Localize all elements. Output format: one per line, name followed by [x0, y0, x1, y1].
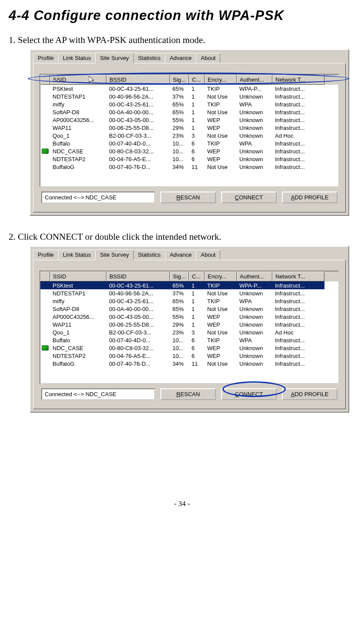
tab-about[interactable]: About: [196, 53, 220, 63]
table-row[interactable]: NDTESTAP200-04-76-A5-E...10...6WEPUnknow…: [40, 352, 338, 360]
tab-profile[interactable]: Profile: [33, 250, 59, 260]
connect-button[interactable]: CONNECT: [221, 388, 277, 400]
col-ssid-header[interactable]: SSID: [50, 75, 106, 85]
status-text: Connected <--> NDC_CASE: [41, 192, 155, 203]
tab-statistics[interactable]: Statistics: [133, 53, 165, 63]
tab-site-survey[interactable]: Site Survey: [95, 53, 133, 63]
cell: Not Use: [205, 305, 237, 313]
cell: 10...: [170, 139, 189, 147]
cell: Unknown: [237, 93, 272, 100]
cell: Infrastruct...: [272, 289, 324, 297]
cell: NDC_CASE: [50, 344, 106, 352]
table-row[interactable]: SoftAP-D800-0A-40-00-00...65%1Not UseUnk…: [40, 108, 338, 116]
col-net-header[interactable]: Network T...: [272, 75, 324, 85]
col-icon-header[interactable]: [40, 271, 50, 281]
cell: 34%: [170, 360, 189, 367]
cell: 3: [189, 132, 205, 139]
cell: 6: [189, 147, 205, 155]
col-net-header[interactable]: Network T...: [272, 271, 324, 281]
cell: 10...: [170, 336, 189, 344]
col-bssid-header[interactable]: BSSID: [106, 271, 170, 281]
cell: WEP: [205, 352, 237, 360]
cell: Not Use: [205, 93, 237, 100]
add-profile-button[interactable]: ADD PROFILE: [282, 192, 338, 203]
cell: WEP: [205, 313, 237, 321]
tab-statistics[interactable]: Statistics: [133, 250, 165, 260]
table-row[interactable]: NDTESTAP100-40-96-56-2A...37%1Not UseUnk…: [40, 289, 338, 297]
tab-advance[interactable]: Advance: [165, 250, 197, 260]
tab-site-survey[interactable]: Site Survey: [95, 249, 133, 260]
cell: [40, 155, 50, 163]
col-ch-header[interactable]: C...: [189, 75, 205, 85]
col-auth-header[interactable]: Authent...: [237, 75, 272, 85]
tab-link-status[interactable]: Link Status: [58, 250, 96, 260]
tab-profile[interactable]: Profile: [33, 53, 59, 63]
col-ssid-header[interactable]: SSID: [50, 271, 106, 281]
cell: Unknown: [237, 328, 272, 336]
cell: Not Use: [205, 360, 237, 367]
cell: NDTESTAP2: [50, 352, 106, 360]
cell: 37%: [170, 93, 189, 100]
table-row[interactable]: SoftAP-D800-0A-40-00-00...65%1Not UseUnk…: [40, 305, 338, 313]
table-row[interactable]: Qoo_1B2-00-CF-03-3...23%3Not UseUnknownA…: [40, 132, 338, 139]
col-sig-header[interactable]: Sig...: [170, 75, 189, 85]
table-row[interactable]: Qoo_1B2-00-CF-03-3...23%3Not UseUnknownA…: [40, 328, 338, 336]
cell: 6: [189, 352, 205, 360]
cell: Unknown: [237, 313, 272, 321]
table-row[interactable]: BuffaloG00-07-40-76-D...34%11Not UseUnkn…: [40, 163, 338, 171]
cell: [40, 147, 50, 155]
cell: 65%: [170, 281, 189, 289]
cell: 6: [189, 336, 205, 344]
cell: 1: [189, 108, 205, 116]
col-auth-header[interactable]: Authent...: [237, 271, 272, 281]
cell: 1: [189, 305, 205, 313]
table-row[interactable]: BuffaloG00-07-40-76-D...34%11Not UseUnkn…: [40, 360, 338, 367]
add-profile-button[interactable]: ADD PROFILE: [282, 388, 338, 400]
table-row[interactable]: miffy00-0C-43-25-61...65%1TKIPWPAInfrast…: [40, 100, 338, 108]
cell: BuffaloG: [50, 360, 106, 367]
table-row[interactable]: PSKtest00-0C-43-25-61...65%1TKIPWPA-P...…: [40, 281, 338, 289]
cell: TKIP: [205, 281, 237, 289]
table-row[interactable]: WAP1100-06-25-55-D8...29%1WEPUnknownInfr…: [40, 124, 338, 132]
col-enc-header[interactable]: Encry...: [205, 75, 237, 85]
col-enc-header[interactable]: Encry...: [205, 271, 237, 281]
tab-advance[interactable]: Advance: [165, 53, 197, 63]
cell: 6: [189, 155, 205, 163]
cell: WEP: [205, 344, 237, 352]
cell: 55%: [170, 313, 189, 321]
cell: [40, 305, 50, 313]
table-row[interactable]: NDC_CASE00-80-C8-03-32...10...6WEPUnknow…: [40, 147, 338, 155]
cell: 00-80-C8-03-32...: [106, 344, 170, 352]
table-row[interactable]: miffy00-0C-43-25-61...65%1TKIPWPAInfrast…: [40, 297, 338, 305]
cell: Infrastruct...: [272, 352, 324, 360]
cell: 6: [189, 344, 205, 352]
connect-button[interactable]: CONNECT: [221, 192, 277, 203]
table-row[interactable]: Buffalo00-07-40-4D-0...10...6TKIPWPAInfr…: [40, 139, 338, 147]
table-row[interactable]: Buffalo00-07-40-4D-0...10...6TKIPWPAInfr…: [40, 336, 338, 344]
tab-about[interactable]: About: [196, 250, 220, 260]
cell: SoftAP-D8: [50, 108, 106, 116]
section-heading: 4-4 Configure connection with WPA-PSK: [9, 8, 355, 23]
rescan-button[interactable]: RESCAN: [160, 192, 216, 203]
cell: [40, 281, 50, 289]
cell: Infrastruct...: [272, 124, 324, 132]
cell: Infrastruct...: [272, 155, 324, 163]
table-row[interactable]: PSKtest00-0C-43-25-61...65%1TKIPWPA-P...…: [40, 85, 338, 93]
rescan-button[interactable]: RESCAN: [160, 388, 216, 400]
cell: Unknown: [237, 352, 272, 360]
col-bssid-header[interactable]: BSSID: [106, 75, 170, 85]
table-row[interactable]: NDC_CASE00-80-C8-03-32...10...6WEPUnknow…: [40, 344, 338, 352]
col-sig-header[interactable]: Sig...: [170, 271, 189, 281]
tab-link-status[interactable]: Link Status: [58, 53, 96, 63]
table-row[interactable]: WAP1100-06-25-55-D8...29%1WEPUnknownInfr…: [40, 321, 338, 328]
cell: 1: [189, 281, 205, 289]
table-row[interactable]: NDTESTAP200-04-76-A5-E...10...6WEPUnknow…: [40, 155, 338, 163]
cell: B2-00-CF-03-3...: [106, 132, 170, 139]
table-row[interactable]: AP000C43256...00-0C-43-05-00...55%1WEPUn…: [40, 313, 338, 321]
col-ch-header[interactable]: C...: [189, 271, 205, 281]
cell: Infrastruct...: [272, 147, 324, 155]
cell: 65%: [170, 108, 189, 116]
table-row[interactable]: NDTESTAP100-40-96-56-2A...37%1Not UseUnk…: [40, 93, 338, 100]
table-row[interactable]: AP000C43256...00-0C-43-05-00...55%1WEPUn…: [40, 116, 338, 124]
col-icon-header[interactable]: [40, 75, 50, 85]
